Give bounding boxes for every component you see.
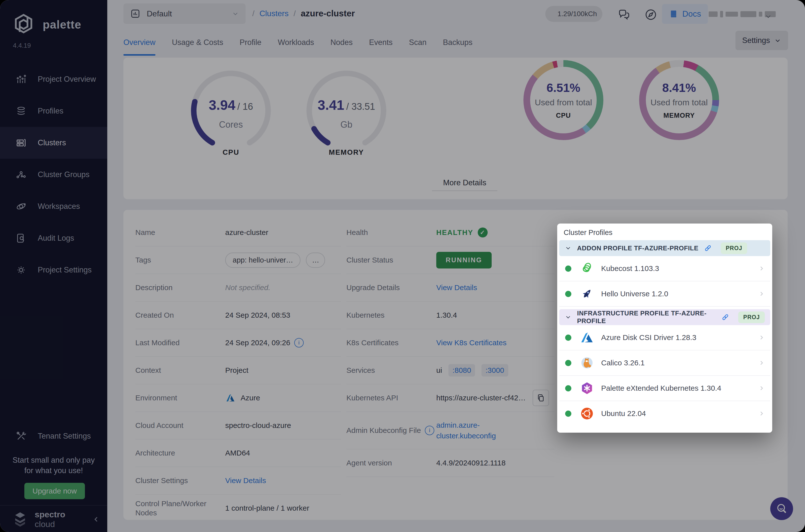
link-icon (704, 244, 712, 252)
status-dot-icon (565, 411, 571, 417)
hello-universe-logo-icon (580, 287, 594, 301)
chevron-down-icon (564, 314, 572, 321)
status-dot-icon (565, 335, 571, 341)
chevron-right-icon (758, 410, 765, 417)
profile-item-calico[interactable]: Calico 3.26.1 (559, 350, 770, 376)
chevron-right-icon (758, 265, 765, 272)
profile-item-kubecost[interactable]: Kubecost 1.103.3 (559, 256, 770, 281)
ubuntu-logo-icon (580, 407, 594, 420)
addon-profile-header[interactable]: ADDON PROFILE TF-AZURE-PROFILE PROJ (559, 240, 770, 256)
cluster-profiles-title: Cluster Profiles (557, 224, 772, 240)
status-dot-icon (565, 385, 571, 392)
status-dot-icon (565, 266, 571, 272)
chevron-right-icon (758, 360, 765, 366)
profile-item-palette-extended-kubernetes[interactable]: Palette eXtended Kubernetes 1.30.4 (559, 376, 770, 401)
calico-logo-icon (580, 356, 594, 369)
infrastructure-profile-title: INFRASTRUCTURE PROFILE TF-AZURE-PROFILE (577, 309, 716, 325)
infrastructure-profile-header[interactable]: INFRASTRUCTURE PROFILE TF-AZURE-PROFILE … (559, 309, 770, 325)
cluster-profiles-panel: Cluster Profiles ADDON PROFILE TF-AZURE-… (557, 224, 772, 433)
status-dot-icon (565, 360, 571, 366)
app-window: palette 4.4.19 Project Overview Profiles… (0, 0, 805, 532)
azure-logo-icon (580, 331, 594, 344)
kubecost-logo-icon (580, 262, 594, 275)
proj-badge: PROJ (721, 242, 747, 254)
chevron-right-icon (758, 334, 765, 341)
addon-profile-title: ADDON PROFILE TF-AZURE-PROFILE (577, 244, 698, 252)
chevron-right-icon (758, 290, 765, 297)
profile-item-azure-disk-csi[interactable]: Azure Disk CSI Driver 1.28.3 (559, 325, 770, 350)
chevron-down-icon (564, 245, 572, 252)
profile-item-ubuntu[interactable]: Ubuntu 22.04 (559, 401, 770, 426)
chevron-right-icon (758, 385, 765, 392)
profile-item-hello-universe[interactable]: Hello Universe 1.2.0 (559, 281, 770, 307)
status-dot-icon (565, 291, 571, 297)
pxk-logo-icon (580, 381, 594, 395)
link-icon (721, 313, 729, 321)
proj-badge: PROJ (738, 311, 765, 323)
